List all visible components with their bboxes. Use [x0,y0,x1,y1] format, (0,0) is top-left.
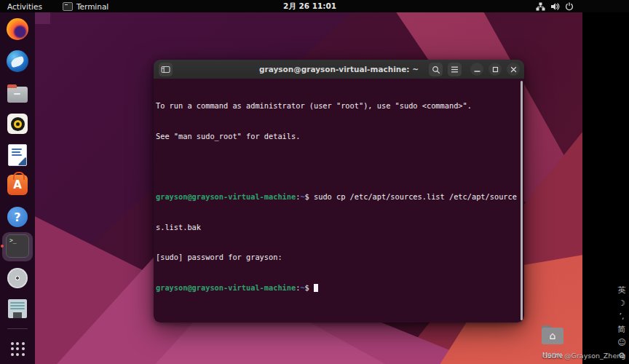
terminal-line: [sudo] password for grayson: [156,253,517,263]
terminal-line [156,162,517,172]
close-icon [510,66,517,73]
settings-gear-icon[interactable]: ⚙ [618,349,625,361]
maximize-icon [492,66,499,73]
dock-active-indicator [1,245,4,248]
clock[interactable]: 2月 26 11:01 [283,0,336,12]
status-area[interactable] [536,0,574,12]
simplified-chinese-icon[interactable]: 简 [618,323,626,335]
disc-icon [7,268,28,288]
lang-english-icon[interactable]: 英 [618,284,626,296]
dock-item-disc[interactable] [6,266,29,290]
terminal-cursor [314,284,318,293]
activities-button[interactable]: Activities [0,0,50,12]
terminal-line: To run a command as administrator (user … [156,101,517,111]
libreoffice-writer-icon [8,144,27,166]
dock-item-rhythmbox[interactable] [6,112,29,135]
dock-item-thunderbird[interactable] [6,50,29,73]
search-button[interactable] [429,63,443,76]
maximize-button[interactable] [488,63,502,76]
help-icon: ? [7,207,28,227]
terminal-line: s.list.bak [156,223,517,233]
top-bar: Activities Terminal 2月 26 11:01 [0,0,629,12]
terminal-command: sudo cp /etc/apt/sources.list /etc/apt/s… [314,192,517,201]
terminal-window: grayson@grayson-virtual-machine: ~ [154,60,524,323]
close-button[interactable] [507,63,520,76]
activities-label: Activities [7,2,42,11]
dock-divider [7,328,28,329]
new-tab-icon [161,66,170,74]
dock-item-ubuntu-software[interactable]: A [6,173,29,197]
emoji-icon[interactable]: ☺ [617,336,625,348]
volume-icon [550,2,560,11]
input-method-bar: 英 ☽ ’, 简 ☺ ⚙ [614,284,629,361]
terminal-icon [6,234,29,258]
power-icon [565,2,574,11]
files-icon [7,87,28,103]
ubuntu-software-icon: A [7,175,28,195]
clock-label: 2月 26 11:01 [283,1,336,12]
app-menu-label: Terminal [76,2,108,11]
terminal-body[interactable]: To run a command as administrator (user … [154,79,524,323]
rhythmbox-icon [7,114,28,134]
halfwidth-moon-icon[interactable]: ☽ [618,297,625,309]
window-title: grayson@grayson-virtual-machine: ~ [154,65,524,74]
terminal-output: To run a command as administrator (user … [156,81,517,314]
menu-button[interactable] [448,63,462,76]
minimize-icon [474,66,480,73]
hamburger-menu-icon [451,66,459,73]
network-share-icon [536,2,545,11]
dock-item-firefox[interactable] [6,17,29,41]
terminal-titlebar[interactable]: grayson@grayson-virtual-machine: ~ [154,60,524,79]
dock-item-floppy[interactable] [6,297,29,320]
punctuation-icon[interactable]: ’, [620,310,625,322]
terminal-line-prompt: grayson@grayson-virtual-machine:~$ [156,283,517,293]
dock-item-libreoffice-writer[interactable] [6,143,29,167]
thunderbird-icon [7,50,28,72]
show-apps-icon [11,342,25,356]
dock-item-help[interactable]: ? [6,205,29,229]
firefox-icon [7,18,28,40]
terminal-mini-icon [63,2,73,11]
app-menu-terminal[interactable]: Terminal [50,0,116,12]
wallpaper-highlight [35,12,50,24]
home-icon: ⌂ [540,328,565,343]
dock-item-terminal[interactable] [6,234,29,258]
home-folder-shortcut[interactable]: ⌂ [540,323,565,352]
terminal-line: See "man sudo_root" for details. [156,132,517,142]
show-applications-button[interactable] [6,337,29,360]
search-icon [432,66,440,74]
new-tab-button[interactable] [159,63,173,76]
watermark: CSDN @Grayson_Zheng [542,352,625,360]
floppy-icon [8,299,27,318]
minimize-button[interactable] [470,63,483,76]
dock-item-files[interactable] [6,83,29,106]
desktop-root: { "top_bar": { "activities": "Activities… [0,0,629,364]
dock: A ? [0,12,35,364]
terminal-scrollbar[interactable] [521,81,523,320]
terminal-line-prompt: grayson@grayson-virtual-machine:~$sudo c… [156,192,517,202]
